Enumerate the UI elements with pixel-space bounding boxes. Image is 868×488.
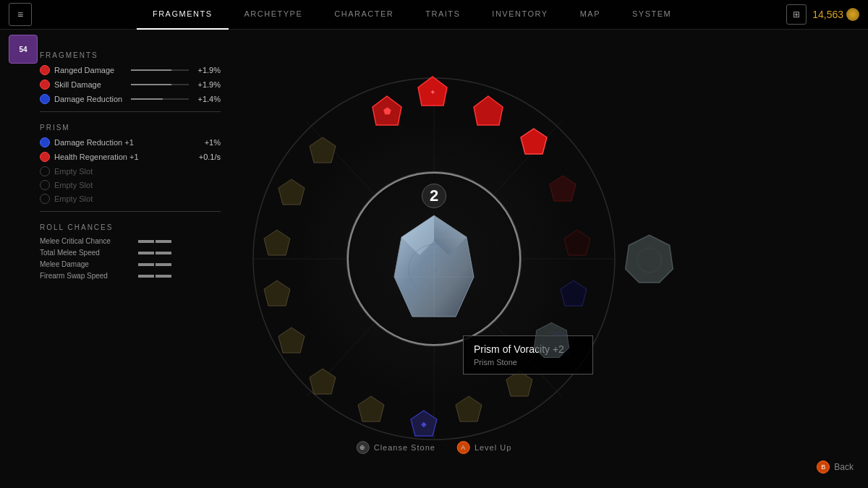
svg-marker-40 [534,322,569,357]
center-wheel-area: ⬟ ✦ [0,30,868,488]
svg-marker-21 [456,396,482,421]
currency-display: 14,563 [812,8,859,21]
prism-center[interactable]: 2 [347,172,521,346]
svg-marker-16 [550,176,576,201]
small-stone[interactable] [532,320,571,360]
fragment-node-red[interactable]: ⬟ [373,96,401,125]
tab-archetype[interactable]: ARCHETYPE [229,0,319,30]
menu-icon[interactable]: ≡ [9,3,32,26]
level-up-action[interactable]: A Level Up [457,441,511,454]
back-label: Back [834,462,854,472]
fragment-node-olive[interactable] [264,281,290,306]
svg-marker-29 [278,179,305,205]
currency-icon [846,8,859,21]
cleanse-action[interactable]: ⊕ Cleanse Stone [357,441,435,454]
svg-marker-28 [264,230,290,255]
tab-character[interactable]: CHARACTER [318,0,409,30]
fragment-node-olive[interactable] [456,396,482,421]
svg-text:✦: ✦ [430,88,435,96]
right-stone[interactable] [622,232,676,286]
fragment-node-olive[interactable] [264,230,290,255]
prism-level: 2 [422,184,446,208]
svg-marker-15 [521,129,547,154]
back-icon: B [817,461,830,474]
fragment-node-olive[interactable] [310,369,336,394]
fragment-node-red[interactable] [521,129,547,154]
tab-system[interactable]: SYSTEM [616,0,687,30]
fragment-node-dark-red[interactable] [550,176,576,201]
fragment-node-olive[interactable] [506,371,532,396]
level-up-icon: A [457,441,470,454]
fragment-node-blue-bottom[interactable]: ◆ [411,411,437,436]
svg-marker-20 [506,371,532,396]
nav-tabs: FRAGMENTS ARCHETYPE CHARACTER TRAITS INV… [38,0,786,30]
nav-right: ⊞ 14,563 [786,4,859,25]
item-tooltip: Prism of Voracity +2 Prism Stone [463,335,593,374]
tab-inventory[interactable]: INVENTORY [476,0,563,30]
svg-marker-42 [626,235,673,283]
fragment-node-blue[interactable] [561,281,587,306]
fragment-node-red[interactable]: ✦ [418,77,447,106]
svg-marker-30 [310,137,336,163]
svg-marker-17 [564,230,590,255]
cleanse-icon: ⊕ [357,441,370,454]
fragment-node-olive[interactable] [278,179,305,205]
tab-map[interactable]: MAP [564,0,616,30]
fragment-node-red[interactable] [474,96,503,125]
svg-marker-27 [264,281,290,306]
cleanse-label: Cleanse Stone [374,443,435,452]
fragment-node-dark-red[interactable] [564,230,590,255]
svg-marker-14 [474,96,503,125]
svg-text:⬟: ⬟ [383,106,391,116]
fragment-node-olive[interactable] [278,328,305,353]
svg-marker-25 [310,369,336,394]
tab-traits[interactable]: TRAITS [409,0,476,30]
prism-crystal-svg [387,212,481,320]
svg-marker-24 [358,396,384,421]
fragment-node-olive[interactable] [310,137,336,163]
tab-fragments[interactable]: FRAGMENTS [137,0,229,30]
fragment-node-olive[interactable] [358,396,384,421]
back-button[interactable]: B Back [817,461,854,474]
top-nav: ≡ FRAGMENTS ARCHETYPE CHARACTER TRAITS I… [0,0,868,30]
level-up-label: Level Up [475,443,511,452]
grid-icon[interactable]: ⊞ [786,4,807,25]
svg-text:◆: ◆ [421,420,427,428]
bottom-actions: ⊕ Cleanse Stone A Level Up [357,441,512,454]
wheel-container: ⬟ ✦ [231,56,637,461]
svg-marker-26 [278,328,305,353]
svg-marker-18 [561,281,587,306]
